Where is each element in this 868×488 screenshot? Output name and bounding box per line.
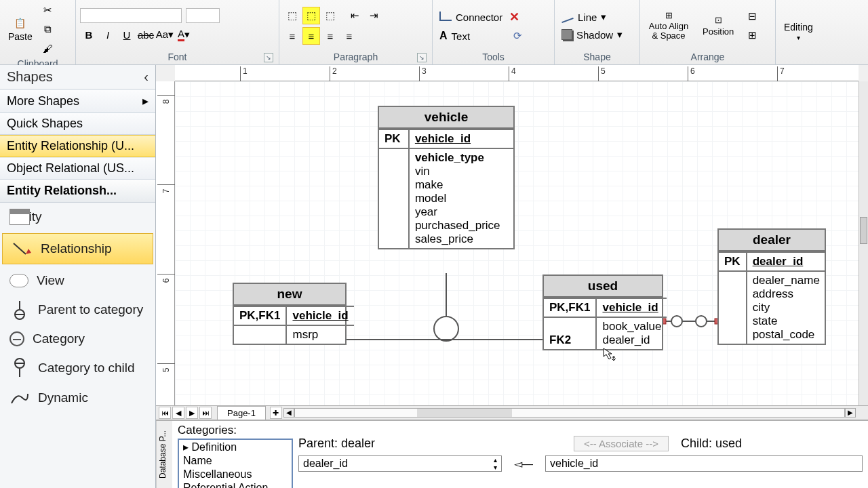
font-size-combo[interactable] xyxy=(186,8,220,23)
font-family-combo[interactable] xyxy=(80,8,182,23)
shape-category[interactable]: Category xyxy=(0,325,155,353)
text-tool[interactable]: A Text ⟳ xyxy=(437,28,525,43)
align-top-button[interactable]: ⬚ xyxy=(283,7,301,24)
quick-shapes[interactable]: Quick Shapes xyxy=(0,113,155,135)
hscroll-left[interactable]: ◀ xyxy=(283,408,294,418)
drawing-canvas[interactable]: vehicle PKvehicle_id vehicle_typevin mak… xyxy=(175,81,859,405)
paragraph-launcher[interactable]: ↘ xyxy=(417,53,427,62)
categories-label: Categories: xyxy=(178,424,293,437)
tools-group-label: Tools xyxy=(437,50,550,64)
page-tabs: ⏮ ◀ ▶ ⏭ Page-1 ✚ ◀ ▶ xyxy=(156,405,868,420)
paste-button[interactable]: 📋 Paste xyxy=(4,15,37,43)
cat-misc[interactable]: Miscellaneous xyxy=(179,468,292,481)
svg-line-0 xyxy=(14,243,26,254)
next-page[interactable]: ▶ xyxy=(186,407,198,419)
entity-vehicle[interactable]: vehicle PKvehicle_id vehicle_typevin mak… xyxy=(378,106,515,249)
bold-button[interactable]: B xyxy=(80,26,98,43)
entity-icon xyxy=(9,209,30,225)
shape-category-to-child[interactable]: Category to child xyxy=(0,353,155,383)
paste-label: Paste xyxy=(8,31,33,42)
underline-button[interactable]: U xyxy=(118,26,136,43)
shape-dynamic[interactable]: Dynamic xyxy=(0,383,155,413)
svg-point-13 xyxy=(671,316,682,327)
canvas-area: 1 2 3 4 5 6 7 8 7 6 5 vehicle PK xyxy=(156,65,868,405)
database-properties-pane: Database P... Categories: Definition Nam… xyxy=(156,420,868,488)
first-page[interactable]: ⏮ xyxy=(159,407,171,419)
line-menu[interactable]: Line ▾ xyxy=(559,9,625,24)
stencil-title: Entity Relationsh... xyxy=(0,180,155,203)
chevron-right-icon: ▸ xyxy=(142,94,149,108)
chevron-left-icon: ‹ xyxy=(144,69,149,85)
editing-button[interactable]: Editing ▾ xyxy=(780,20,817,43)
last-page[interactable]: ⏭ xyxy=(199,407,212,419)
cat-name[interactable]: Name xyxy=(179,454,292,468)
child-label: Child: used xyxy=(681,436,742,451)
db-pane-title[interactable]: Database P... xyxy=(156,421,172,488)
hscroll-right[interactable]: ▶ xyxy=(845,408,856,418)
hscroll-thumb[interactable] xyxy=(417,409,512,417)
shape-relationship[interactable]: Relationship xyxy=(2,233,153,264)
connector-icon xyxy=(439,12,452,23)
child-field-list[interactable]: vehicle_id xyxy=(545,455,863,472)
align-middle-button[interactable]: ⬚ xyxy=(302,7,320,24)
autoalign-button[interactable]: ⊞ Auto Align & Space xyxy=(644,9,693,43)
arrange-opt1[interactable]: ⊟ xyxy=(743,7,761,25)
autoalign-icon: ⊞ xyxy=(665,11,673,20)
paragraph-group-label: Paragraph xyxy=(334,52,378,62)
shapes-header[interactable]: Shapes‹ xyxy=(0,65,155,89)
entity-dealer[interactable]: dealer PKdealer_id dealer_name address c… xyxy=(717,228,826,345)
category-icon xyxy=(9,331,24,346)
ruler-vertical: 8 7 6 5 xyxy=(156,81,175,405)
shape-parent-to-category[interactable]: Parent to category xyxy=(0,295,155,325)
connector-close[interactable]: ✕ xyxy=(507,9,522,24)
associate-button[interactable]: <-- Associate --> xyxy=(574,436,669,451)
indent-dec-button[interactable]: ⇤ xyxy=(346,7,363,24)
horizontal-scrollbar[interactable]: ◀ ▶ xyxy=(283,408,856,418)
italic-button[interactable]: I xyxy=(99,26,117,43)
entity-new[interactable]: new PK,FK1vehicle_id msrp xyxy=(233,283,347,345)
parent-label: Parent: dealer xyxy=(298,436,375,451)
p2c-icon xyxy=(9,302,30,318)
vscroll-thumb[interactable] xyxy=(860,217,867,244)
dynamic-icon xyxy=(9,390,30,406)
case-button[interactable]: Aa▾ xyxy=(156,26,174,43)
format-painter-button[interactable]: 🖌 xyxy=(39,39,57,57)
position-icon: ⊡ xyxy=(715,15,722,25)
page-tab-1[interactable]: Page-1 xyxy=(217,406,266,420)
stencil-or[interactable]: Object Relational (US... xyxy=(0,157,155,180)
arrange-opt2[interactable]: ⊞ xyxy=(743,26,761,44)
more-shapes[interactable]: More Shapes▸ xyxy=(0,89,155,113)
categories-list[interactable]: Definition Name Miscellaneous Referentia… xyxy=(178,439,293,488)
shadow-menu[interactable]: Shadow ▾ xyxy=(559,27,625,42)
font-group-label: Font xyxy=(167,52,186,62)
cat-definition[interactable]: Definition xyxy=(179,440,292,454)
align-right-button[interactable]: ≡ xyxy=(321,27,339,45)
cut-button[interactable]: ✂ xyxy=(39,1,57,19)
align-bottom-button[interactable]: ⬚ xyxy=(321,7,339,24)
parent-field-list[interactable]: dealer_id▴▾ xyxy=(298,455,502,472)
refresh-icon[interactable]: ⟳ xyxy=(513,30,522,42)
position-button[interactable]: ⊡ Position xyxy=(698,14,738,38)
prev-page[interactable]: ◀ xyxy=(172,407,184,419)
cat-refaction[interactable]: Referential Action xyxy=(179,481,292,488)
entity-vehicle-title: vehicle xyxy=(379,107,513,129)
shapes-panel: Shapes‹ More Shapes▸ Quick Shapes Entity… xyxy=(0,65,156,488)
copy-button[interactable]: ⧉ xyxy=(39,20,57,38)
align-left-button[interactable]: ≡ xyxy=(283,27,301,45)
indent-inc-button[interactable]: ⇥ xyxy=(365,7,382,24)
font-color-button[interactable]: A▾ xyxy=(175,26,193,43)
font-launcher[interactable]: ↘ xyxy=(264,53,273,62)
entity-used[interactable]: used PK,FK1vehicle_id FK2book_valuedeale… xyxy=(542,274,663,350)
connector-tool[interactable]: Connector ✕ xyxy=(437,8,525,26)
new-page[interactable]: ✚ xyxy=(270,407,282,419)
text-icon: A xyxy=(439,30,448,42)
vertical-scrollbar[interactable] xyxy=(859,81,868,405)
stencil-er[interactable]: Entity Relationship (U... xyxy=(0,135,155,157)
align-justify-button[interactable]: ≡ xyxy=(340,27,358,45)
shape-entity[interactable]: Entity xyxy=(0,203,155,231)
shape-view[interactable]: View xyxy=(0,266,155,295)
align-center-button[interactable]: ≡ xyxy=(302,27,320,45)
strike-button[interactable]: abc xyxy=(137,26,155,43)
ruler-horizontal: 1 2 3 4 5 6 7 xyxy=(175,65,859,81)
assoc-arrow-icon: ◅— xyxy=(514,458,533,470)
